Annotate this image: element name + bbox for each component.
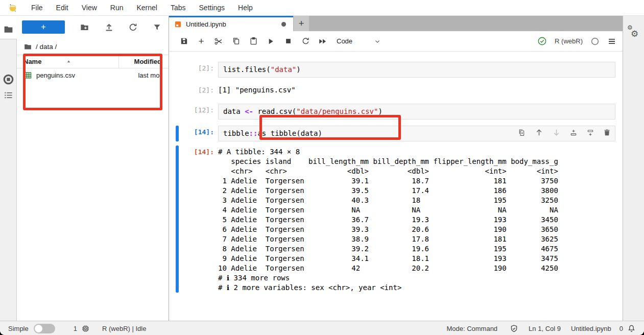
csv-file-icon (23, 71, 32, 80)
kernel-chip-icon[interactable] (81, 324, 90, 333)
file-name: penguins.csv (36, 71, 138, 79)
column-header-name[interactable]: Name (17, 55, 118, 68)
refresh-icon[interactable] (128, 22, 138, 32)
tab-untitled-ipynb[interactable]: Untitled.ipynb (169, 16, 293, 31)
menu-kernel[interactable]: Kernel (130, 4, 163, 12)
paste-icon[interactable] (245, 37, 262, 45)
input-prompt: [12]: (179, 104, 218, 119)
jupyter-logo-icon (8, 3, 17, 12)
menu-edit[interactable]: Edit (50, 4, 75, 12)
cell-type-value: Code (337, 37, 352, 45)
move-down-icon[interactable] (552, 128, 561, 137)
new-launcher-button[interactable]: + (22, 20, 65, 34)
column-header-modified[interactable]: Modified (118, 55, 169, 68)
notification-count: 0 (619, 325, 623, 332)
stop-icon[interactable] (279, 37, 297, 45)
kernel-idle-circle-icon[interactable] (590, 37, 600, 46)
code-editor[interactable]: tibble::as_tibble(data) (218, 126, 615, 141)
tibble-output: # A tibble: 344 × 8 species island bill_… (218, 146, 558, 293)
right-sidebar: ⚙⚙ (623, 16, 644, 321)
insert-above-icon[interactable] (569, 129, 578, 137)
upload-icon[interactable] (104, 22, 114, 32)
status-bar: Simple 1 R (webR) | Idle Mode: Command L… (0, 321, 644, 335)
running-kernels-icon[interactable] (3, 74, 14, 85)
insert-below-icon[interactable]: + (193, 36, 210, 47)
run-icon[interactable] (262, 37, 279, 45)
folder-icon (23, 42, 32, 51)
kernel-name[interactable]: R (webR) (555, 37, 583, 45)
notebook-file-icon (174, 20, 182, 28)
text-output: [1] "penguins.csv" (218, 84, 296, 95)
notebook-panel: Untitled.ipynb + + (169, 16, 623, 321)
duplicate-cell-icon[interactable] (518, 129, 526, 137)
folder-icon[interactable] (3, 24, 14, 35)
code-editor[interactable]: data <- read.csv("data/penguins.csv") (218, 104, 615, 119)
new-folder-icon[interactable] (80, 22, 89, 32)
output-cell-1: [2]: [1] "penguins.csv" (169, 84, 623, 95)
menu-view[interactable]: View (75, 4, 104, 12)
chevron-down-icon (374, 38, 381, 45)
cursor-position[interactable]: Ln 1, Col 9 (529, 325, 561, 332)
trusted-shield-icon[interactable] (510, 324, 518, 333)
bell-icon[interactable] (627, 324, 636, 333)
move-up-icon[interactable] (535, 128, 543, 137)
breadcrumb-path: / data / (36, 43, 57, 51)
file-row-penguins-csv[interactable]: penguins.csv last mo. (17, 68, 169, 82)
cell-type-dropdown[interactable]: Code (337, 37, 381, 45)
jupyterlab-window: File Edit View Run Kernel Tabs Settings … (0, 0, 644, 335)
code-cell-3-active[interactable]: [14]: tibble::as_tibble(data) (169, 126, 623, 141)
kernel-status-text[interactable]: R (webR) | Idle (102, 325, 146, 332)
menu-run[interactable]: Run (104, 4, 130, 12)
notebook-content: [2]: list.files("data") [2]: [1] "pengui… (169, 52, 623, 321)
table-of-contents-icon[interactable] (4, 90, 13, 100)
copy-icon[interactable] (227, 37, 245, 45)
menu-settings[interactable]: Settings (193, 4, 232, 12)
simple-mode-toggle[interactable] (34, 324, 55, 333)
delete-cell-icon[interactable] (603, 129, 611, 136)
code-cell-1[interactable]: [2]: list.files("data") (169, 62, 623, 78)
menu-bar: File Edit View Run Kernel Tabs Settings … (0, 0, 644, 16)
notebook-toolbar: + (169, 31, 623, 52)
unsaved-changes-dot[interactable] (281, 22, 286, 27)
input-prompt: [14]: (179, 126, 218, 141)
output-prompt: [14]: (179, 146, 218, 293)
insert-below-icon[interactable] (586, 129, 594, 137)
sort-ascending-icon (66, 59, 71, 64)
trusted-check-circle-icon (537, 36, 547, 46)
breadcrumb[interactable]: / data / (17, 38, 169, 55)
active-filename[interactable]: Untitled.ipynb (571, 325, 611, 332)
input-prompt: [2]: (179, 62, 218, 78)
property-inspector-gears-icon[interactable]: ⚙⚙ (627, 25, 638, 37)
file-modified: last mo. (138, 71, 169, 79)
filter-icon[interactable] (153, 23, 161, 32)
menu-help[interactable]: Help (231, 4, 259, 12)
run-all-icon[interactable] (314, 37, 331, 46)
file-browser-toolbar: + (17, 16, 169, 38)
mode-indicator[interactable]: Mode: Command (446, 325, 497, 332)
menu-tabs[interactable]: Tabs (164, 4, 193, 12)
add-tab-button[interactable]: + (294, 16, 309, 31)
tab-title: Untitled.ipynb (186, 20, 277, 28)
output-prompt: [2]: (179, 84, 218, 95)
left-activity-bar (0, 16, 17, 321)
file-browser-panel: + / data / (17, 16, 169, 321)
file-list-header: Name Modified (17, 55, 169, 68)
output-cell-3: [14]: # A tibble: 344 × 8 species island… (169, 146, 623, 293)
tab-bar: Untitled.ipynb + (169, 16, 623, 31)
cut-icon[interactable] (210, 37, 227, 46)
restart-icon[interactable] (297, 37, 314, 45)
menu-file[interactable]: File (25, 4, 50, 12)
code-cell-2[interactable]: [12]: data <- read.csv("data/penguins.cs… (169, 104, 623, 119)
code-editor[interactable]: list.files("data") (218, 62, 615, 78)
kernel-count: 1 (74, 325, 77, 332)
save-icon[interactable] (175, 37, 193, 45)
hamburger-icon[interactable] (607, 37, 616, 46)
cell-toolbar (518, 128, 611, 137)
simple-mode-label: Simple (8, 325, 29, 332)
